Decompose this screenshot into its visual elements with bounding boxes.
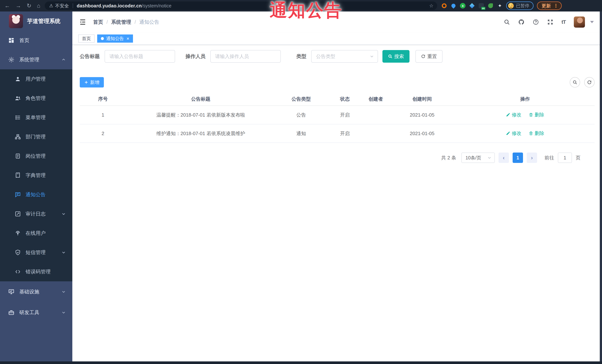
address-bar[interactable]: ⚠ 不安全 dashboard.yudao.iocoder.cn/system/… [45,1,437,10]
breadcrumb-system[interactable]: 系统管理 [111,19,131,25]
browser-forward-icon[interactable]: → [16,3,21,9]
main-area: 首页 / 系统管理 / 通知公告 tT 首页 [72,11,602,364]
sidebar-item-dept-mgmt[interactable]: 部门管理 [0,127,72,146]
operator-filter-input[interactable] [210,50,281,63]
sidebar-item-home[interactable]: 首页 [0,31,72,50]
add-button[interactable]: 新增 [80,77,104,87]
search-icon[interactable] [504,19,510,25]
browser-home-icon[interactable]: ⌂ [37,3,40,9]
app-title: 芋道管理系统 [27,17,60,25]
edit-link[interactable]: 修改 [506,130,522,137]
sidebar-item-error-code[interactable]: 错误码管理 [0,262,72,281]
cell-creator [363,106,389,124]
sidebar-item-dict-mgmt[interactable]: 字典管理 [0,166,72,185]
tab-close-icon[interactable]: × [127,36,129,41]
browser-extensions: x on ✦ 已暂停 更新 ⋮ [441,1,562,10]
refresh-table-button[interactable] [584,77,595,87]
security-label[interactable]: 不安全 [55,3,69,9]
sidebar-item-post-mgmt[interactable]: 岗位管理 [0,146,72,166]
extension-puzzle-icon[interactable]: ✦ [497,3,503,9]
edit-document-icon [15,211,21,217]
goto-page-input[interactable] [558,153,572,163]
sidebar-item-notice[interactable]: 通知公告 [0,185,72,204]
sidebar-item-audit-log[interactable]: 审计日志 [0,204,72,224]
pagination-total: 共 2 条 [441,155,456,161]
chevron-down-icon [370,54,374,58]
delete-link[interactable]: 删除 [529,112,544,118]
edit-link[interactable]: 修改 [506,112,522,118]
sidebar-item-menu-mgmt[interactable]: 菜单管理 [0,108,72,127]
operator-filter-label: 操作人员 [185,53,205,60]
tags-view-bar: 首页 通知公告 × [72,33,602,45]
cell-type: 公告 [275,106,327,124]
page-scrollbar[interactable] [600,11,602,364]
breadcrumb-current: 通知公告 [139,19,159,25]
reset-button[interactable]: 重置 [415,50,442,63]
url-path: /system/notice [142,3,172,9]
browser-reload-icon[interactable]: ↻ [27,3,31,9]
sidebar-item-user-mgmt[interactable]: 用户管理 [0,69,72,89]
system-submenu: 用户管理 角色管理 菜单管理 部门管理 [0,69,72,281]
url-host: dashboard.yudao.iocoder.cn [77,3,142,9]
extension-gem-icon[interactable] [469,3,475,9]
org-tree-icon [15,134,21,140]
search-icon [388,54,392,59]
extension-green-icon[interactable]: x [460,3,466,9]
type-filter-select[interactable]: 公告类型 [311,50,378,63]
github-icon[interactable] [518,19,525,25]
profile-emoji-icon [508,3,514,9]
sidebar-item-online-users[interactable]: 在线用户 [0,224,72,243]
cell-seq: 1 [80,106,126,124]
tab-notice[interactable]: 通知公告 × [97,34,133,43]
search-icon [572,80,577,85]
page-size-select[interactable]: 10条/页 [462,153,495,163]
app-header: 首页 / 系统管理 / 通知公告 tT [72,11,602,33]
sidebar-item-infrastructure[interactable]: 基础设施 [0,281,72,302]
delete-link[interactable]: 删除 [529,130,544,137]
breadcrumb-separator: / [135,19,136,25]
tab-home[interactable]: 首页 [78,34,95,43]
search-button[interactable]: 搜索 [382,50,409,63]
sidebar: 芋道管理系统 首页 系统管理 用户管理 [0,11,72,364]
prev-page-button[interactable]: ‹ [498,153,509,163]
trash-icon [529,113,533,117]
browser-chrome: ← → ↻ ⌂ ⚠ 不安全 dashboard.yudao.iocoder.cn… [0,0,602,11]
bookmark-star-icon[interactable]: ☆ [429,3,433,9]
breadcrumb-home[interactable]: 首页 [93,19,103,25]
col-seq: 序号 [80,93,126,106]
filter-form: 公告标题 操作人员 类型 公告类型 搜索 [80,50,595,63]
sidebar-collapse-icon[interactable] [79,18,86,26]
extension-pin-icon[interactable] [451,3,456,9]
plus-icon [84,80,88,84]
refresh-icon [587,80,592,85]
extension-ring-icon[interactable] [441,3,447,9]
sidebar-item-system[interactable]: 系统管理 [0,50,72,69]
sidebar-item-role-mgmt[interactable]: 角色管理 [0,89,72,108]
sidebar-item-sms-mgmt[interactable]: 短信管理 [0,243,72,262]
toggle-search-button[interactable] [570,77,580,87]
app-logo[interactable]: 芋道管理系统 [0,11,72,31]
avatar-caret-icon[interactable] [590,21,594,23]
extension-switch-icon[interactable]: on [478,3,484,9]
browser-back-icon[interactable]: ← [4,3,10,9]
tree-list-icon [15,114,21,120]
font-size-icon[interactable]: tT [562,19,566,25]
user-avatar[interactable] [574,17,585,28]
pagination: 共 2 条 10条/页 ‹ 1 › 前往 页 [80,153,595,163]
page-1-button[interactable]: 1 [513,153,523,163]
type-filter-label: 类型 [296,53,306,60]
help-icon[interactable] [533,19,539,25]
paused-label: 已暂停 [516,3,529,9]
page-content: 公告标题 操作人员 类型 公告类型 搜索 [72,50,602,163]
browser-menu-kebab-icon[interactable]: ⋮ [553,3,558,9]
profile-paused-badge[interactable]: 已暂停 [506,1,534,10]
cell-status: 开启 [327,106,363,124]
fullscreen-icon[interactable] [547,19,553,25]
next-page-button[interactable]: › [527,153,537,163]
browser-update-button[interactable]: 更新 ⋮ [537,1,562,10]
col-created: 创建时间 [389,93,456,106]
sidebar-item-devtools[interactable]: 研发工具 [0,302,72,323]
trash-icon [529,131,533,135]
title-filter-input[interactable] [105,50,175,63]
extension-leaf-icon[interactable] [488,3,494,9]
